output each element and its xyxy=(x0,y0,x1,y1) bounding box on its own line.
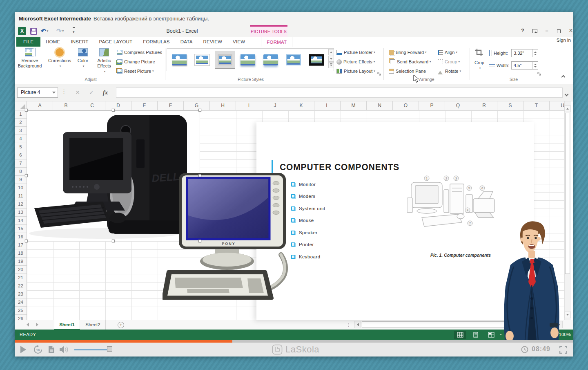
minimize-button[interactable]: – xyxy=(542,27,552,35)
volume-icon[interactable] xyxy=(60,345,69,355)
column-header-H[interactable]: H xyxy=(210,101,236,110)
restore-button[interactable] xyxy=(554,27,564,35)
width-field[interactable]: 4.5" xyxy=(511,61,538,70)
column-header-P[interactable]: P xyxy=(419,101,445,110)
picture-style-drop-shadow[interactable] xyxy=(169,51,189,69)
handle-right-mid[interactable] xyxy=(198,174,201,177)
remove-background-button[interactable]: Remove Background xyxy=(16,48,43,69)
picture-border-button[interactable]: Picture Border xyxy=(336,49,375,56)
tab-review[interactable]: REVIEW xyxy=(198,37,228,47)
picture-style-white-frame[interactable] xyxy=(192,51,212,69)
reset-picture-button[interactable]: Reset Picture xyxy=(117,67,154,75)
insert-function-icon[interactable]: fx xyxy=(100,87,111,98)
row-header-24[interactable]: 24 xyxy=(15,298,27,307)
gallery-up-icon[interactable] xyxy=(328,49,334,55)
row-header-6[interactable]: 6 xyxy=(15,151,27,159)
column-header-T[interactable]: T xyxy=(523,101,550,110)
redo-icon[interactable]: ↷▾ xyxy=(56,27,64,35)
tab-view[interactable]: VIEW xyxy=(227,37,250,47)
handle-bottom-mid[interactable] xyxy=(112,240,115,242)
sheet-nav-left-icon[interactable] xyxy=(24,323,29,327)
column-header-K[interactable]: K xyxy=(288,101,314,110)
tab-page-layout[interactable]: PAGE LAYOUT xyxy=(94,37,138,47)
sheet-tab-sheet2[interactable]: Sheet2 xyxy=(80,320,106,330)
sheet-tab-sheet1[interactable]: Sheet1 xyxy=(54,320,80,330)
scroll-left-icon[interactable] xyxy=(354,321,361,328)
row-header-11[interactable]: 11 xyxy=(15,192,27,200)
row-header-10[interactable]: 10 xyxy=(15,184,27,192)
play-icon[interactable] xyxy=(20,346,30,353)
rotate-button[interactable]: Rotate xyxy=(438,67,461,75)
height-spinner[interactable] xyxy=(532,49,538,57)
column-header-U[interactable]: U xyxy=(550,101,564,110)
row-header-13[interactable]: 13 xyxy=(15,209,27,217)
picture-styles-dialog-launcher-icon[interactable] xyxy=(377,72,381,76)
width-spinner[interactable] xyxy=(532,62,538,69)
scroll-up-icon[interactable] xyxy=(564,105,571,112)
picture-style-soft-edge[interactable] xyxy=(283,51,304,69)
column-header-F[interactable]: F xyxy=(158,101,184,110)
row-header-18[interactable]: 18 xyxy=(15,249,27,258)
tab-home[interactable]: HOME xyxy=(40,37,65,47)
column-header-Q[interactable]: Q xyxy=(445,101,471,110)
column-header-N[interactable]: N xyxy=(367,101,393,110)
computer-clipart-picture[interactable]: PONY xyxy=(163,173,288,301)
row-header-21[interactable]: 21 xyxy=(15,274,27,282)
handle-bottom-left[interactable] xyxy=(25,240,28,242)
ribbon-display-options-button[interactable] xyxy=(530,27,540,35)
close-button[interactable]: × xyxy=(566,27,573,35)
column-header-E[interactable]: E xyxy=(131,101,158,110)
tab-insert[interactable]: INSERT xyxy=(65,37,94,47)
scroll-down-icon[interactable] xyxy=(564,312,571,318)
tab-data[interactable]: DATA xyxy=(175,37,198,47)
handle-left-mid[interactable] xyxy=(25,174,28,177)
row-header-9[interactable]: 9 xyxy=(15,176,27,184)
column-header-B[interactable]: B xyxy=(53,101,79,110)
row-header-14[interactable]: 14 xyxy=(15,217,27,225)
row-header-19[interactable]: 19 xyxy=(15,258,27,266)
gallery-more-icon[interactable] xyxy=(328,62,334,68)
picture-style-black-frame[interactable] xyxy=(306,51,327,69)
normal-view-icon[interactable] xyxy=(454,331,466,339)
row-header-12[interactable]: 12 xyxy=(15,200,27,209)
tab-formulas[interactable]: FORMULAS xyxy=(138,37,175,47)
picture-style-shadow-rect[interactable] xyxy=(238,51,258,69)
row-header-22[interactable]: 22 xyxy=(15,282,27,290)
vertical-scrollbar-thumb[interactable] xyxy=(565,113,570,274)
new-sheet-icon[interactable]: + xyxy=(118,322,124,328)
name-box-caret-icon[interactable] xyxy=(52,92,56,95)
volume-slider-handle[interactable] xyxy=(107,346,112,352)
column-header-C[interactable]: C xyxy=(79,101,105,110)
crop-button[interactable]: Crop xyxy=(471,48,488,71)
help-button[interactable]: ? xyxy=(518,27,528,35)
page-break-view-icon[interactable] xyxy=(485,331,497,339)
column-header-R[interactable]: R xyxy=(471,101,497,110)
bring-forward-button[interactable]: Bring Forward xyxy=(389,49,427,56)
row-header-7[interactable]: 7 xyxy=(15,159,27,168)
tab-format[interactable]: FORMAT xyxy=(261,37,292,47)
column-header-L[interactable]: L xyxy=(314,101,341,110)
rewind-10-icon[interactable]: 10 xyxy=(33,345,42,356)
cancel-icon[interactable]: ✕ xyxy=(72,87,83,98)
column-header-M[interactable]: M xyxy=(341,101,367,110)
column-header-A[interactable]: A xyxy=(27,101,53,110)
picture-style-reflection[interactable] xyxy=(261,51,281,69)
handle-top-right[interactable] xyxy=(198,109,201,112)
row-header-26[interactable]: 26 xyxy=(15,315,27,320)
color-button[interactable]: Color xyxy=(74,48,91,69)
fullscreen-icon[interactable] xyxy=(559,346,567,355)
row-header-23[interactable]: 23 xyxy=(15,290,27,298)
row-header-17[interactable]: 17 xyxy=(15,241,27,249)
row-header-1[interactable]: 1 xyxy=(15,110,27,119)
row-header-4[interactable]: 4 xyxy=(15,135,27,143)
tab-file[interactable]: FILE xyxy=(16,37,40,47)
handle-bottom-right[interactable] xyxy=(198,240,201,242)
page-layout-view-icon[interactable] xyxy=(470,331,482,339)
selection-pane-button[interactable]: Selection Pane xyxy=(389,67,426,75)
formula-bar-splitter[interactable]: ⋮ xyxy=(61,88,67,94)
expand-formula-bar-icon[interactable] xyxy=(565,90,568,97)
handle-top-left[interactable] xyxy=(25,109,28,112)
row-header-25[interactable]: 25 xyxy=(15,307,27,315)
column-header-G[interactable]: G xyxy=(184,101,210,110)
row-header-20[interactable]: 20 xyxy=(15,266,27,274)
